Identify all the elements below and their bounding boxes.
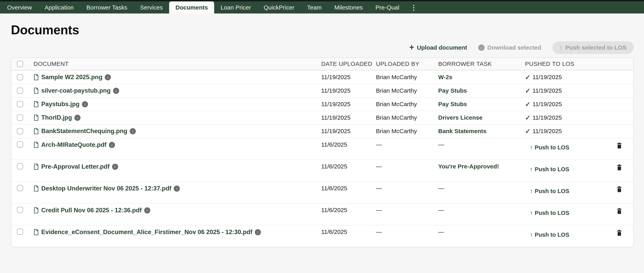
date-uploaded-cell: 11/6/2025 (321, 163, 376, 170)
push-to-los-label: Push to LOS (535, 231, 569, 238)
pushed-date: 11/19/2025 (532, 101, 562, 108)
document-name-link[interactable]: Desktop Underwriter Nov 06 2025 - 12:37.… (41, 185, 171, 192)
tab-milestones[interactable]: Milestones (328, 2, 369, 14)
download-icon[interactable]: ↓ (82, 101, 88, 107)
date-uploaded-cell: 11/19/2025 (321, 114, 376, 121)
push-to-los-button[interactable]: ↑ Push to LOS (530, 209, 569, 216)
up-arrow-icon: ↑ (530, 209, 533, 216)
up-arrow-icon: ↑ (530, 188, 533, 194)
borrower-task-link[interactable]: Pay Stubs (438, 87, 467, 94)
download-icon[interactable]: ↓ (255, 229, 261, 235)
document-name-link[interactable]: Credit Pull Nov 06 2025 - 12:36.pdf (41, 207, 142, 214)
push-to-los-button[interactable]: ↑ Push to LOS (530, 231, 569, 238)
date-uploaded-cell: 11/19/2025 (321, 74, 376, 81)
row-checkbox[interactable] (17, 185, 23, 191)
uploaded-by-cell: Brian McCarthy (376, 101, 438, 108)
borrower-task-link[interactable]: Pay Stubs (438, 101, 467, 107)
document-name-link[interactable]: Paystubs.jpg (41, 101, 80, 108)
check-icon: ✓ (525, 87, 530, 95)
date-uploaded-cell: 11/19/2025 (321, 128, 376, 135)
tab-documents[interactable]: Documents (169, 2, 214, 14)
push-to-los-button[interactable]: ↑ Push to LOS (530, 188, 569, 194)
tab-quickpricer[interactable]: QuickPricer (257, 2, 301, 14)
tab-overview[interactable]: Overview (1, 2, 38, 14)
table-row: Arch-MIRateQuote.pdf ↓ 11/6/2025 — — ↑ P… (11, 138, 633, 159)
download-selected-label: Download selected (487, 44, 541, 51)
download-icon[interactable]: ↓ (113, 88, 119, 94)
uploaded-by-cell: — (376, 185, 438, 192)
uploaded-by-cell: Brian McCarthy (376, 74, 438, 81)
trash-icon (617, 186, 622, 192)
select-all-checkbox[interactable] (17, 61, 23, 67)
tab-borrower-tasks[interactable]: Borrower Tasks (80, 2, 134, 14)
delete-button[interactable] (617, 208, 622, 215)
borrower-task-link[interactable]: Bank Statements (438, 128, 486, 134)
file-icon (34, 74, 39, 80)
document-name-link[interactable]: Arch-MIRateQuote.pdf (41, 141, 106, 148)
up-arrow-icon: ↑ (530, 231, 533, 238)
download-icon[interactable]: ↓ (74, 115, 80, 121)
tab-team[interactable]: Team (301, 2, 328, 14)
row-checkbox[interactable] (17, 88, 23, 94)
date-uploaded-cell: 11/19/2025 (321, 87, 376, 94)
row-checkbox[interactable] (17, 101, 23, 107)
document-name-link[interactable]: Sample W2 2025.png (41, 74, 102, 81)
document-name-link[interactable]: Evidence_eConsent_Document_Alice_Firstim… (41, 228, 252, 236)
delete-button[interactable] (617, 164, 622, 171)
delete-button[interactable] (617, 230, 622, 236)
download-icon[interactable]: ↓ (112, 164, 118, 170)
download-selected-button[interactable]: ↓ Download selected (478, 44, 541, 51)
download-icon[interactable]: ↓ (130, 128, 136, 134)
push-to-los-button[interactable]: ↑ Push to LOS (530, 144, 569, 151)
document-name-link[interactable]: Pre-Approval Letter.pdf (41, 163, 110, 170)
pushed-date: 11/19/2025 (532, 87, 562, 94)
table-row: silver-coat-paystub.png ↓ 11/19/2025 Bri… (11, 84, 633, 97)
file-icon (34, 163, 39, 170)
row-checkbox[interactable] (17, 141, 23, 148)
row-checkbox[interactable] (17, 207, 23, 213)
download-icon[interactable]: ↓ (174, 185, 180, 192)
upload-document-label: Upload document (417, 44, 467, 51)
tab-pre-qual[interactable]: Pre-Qual (369, 2, 406, 14)
table-row: Sample W2 2025.png ↓ 11/19/2025 Brian Mc… (11, 70, 633, 84)
push-to-los-label: Push to LOS (535, 188, 569, 194)
push-to-los-label: Push to LOS (535, 210, 569, 216)
row-checkbox[interactable] (17, 228, 23, 235)
row-checkbox[interactable] (17, 114, 23, 121)
row-checkbox[interactable] (17, 128, 23, 134)
file-icon (34, 128, 39, 134)
documents-toolbar: + Upload document ↓ Download selected ↑ … (11, 41, 634, 54)
column-header-uploaded-by: UPLOADED BY (376, 61, 438, 67)
push-selected-label: Push selected to LOS (566, 44, 626, 51)
tab-application[interactable]: Application (38, 2, 80, 14)
check-icon: ✓ (525, 127, 530, 135)
file-icon (34, 88, 39, 94)
download-icon[interactable]: ↓ (105, 74, 111, 80)
borrower-task-link[interactable]: Drivers License (438, 114, 482, 121)
trash-icon (617, 230, 622, 236)
more-options-icon[interactable]: ⋮ (406, 2, 422, 14)
borrower-task-link[interactable]: W-2s (438, 74, 452, 80)
download-icon[interactable]: ↓ (144, 207, 150, 213)
tab-services[interactable]: Services (134, 2, 169, 14)
upload-document-button[interactable]: + Upload document (409, 44, 467, 51)
row-checkbox[interactable] (17, 74, 23, 80)
uploaded-by-cell: — (376, 141, 438, 148)
document-name-link[interactable]: silver-coat-paystub.png (41, 87, 111, 94)
row-checkbox[interactable] (17, 163, 23, 169)
document-name-link[interactable]: BankStatementChequing.png (41, 128, 127, 135)
delete-button[interactable] (617, 142, 622, 149)
trash-icon (617, 208, 622, 214)
push-to-los-label: Push to LOS (535, 144, 569, 151)
date-uploaded-cell: 11/6/2025 (321, 228, 376, 235)
uploaded-by-cell: Brian McCarthy (376, 114, 438, 121)
push-selected-to-los-button[interactable]: ↑ Push selected to LOS (552, 41, 634, 54)
tab-loan-pricer[interactable]: Loan Pricer (214, 2, 257, 14)
table-row: Credit Pull Nov 06 2025 - 12:36.pdf ↓ 11… (11, 203, 633, 225)
document-name-link[interactable]: ThorID.jpg (41, 114, 72, 121)
download-icon[interactable]: ↓ (109, 142, 115, 148)
delete-button[interactable] (617, 186, 622, 193)
borrower-task-cell: — (438, 228, 444, 235)
borrower-task-link[interactable]: You're Pre-Approved! (438, 163, 499, 170)
push-to-los-button[interactable]: ↑ Push to LOS (530, 166, 569, 173)
